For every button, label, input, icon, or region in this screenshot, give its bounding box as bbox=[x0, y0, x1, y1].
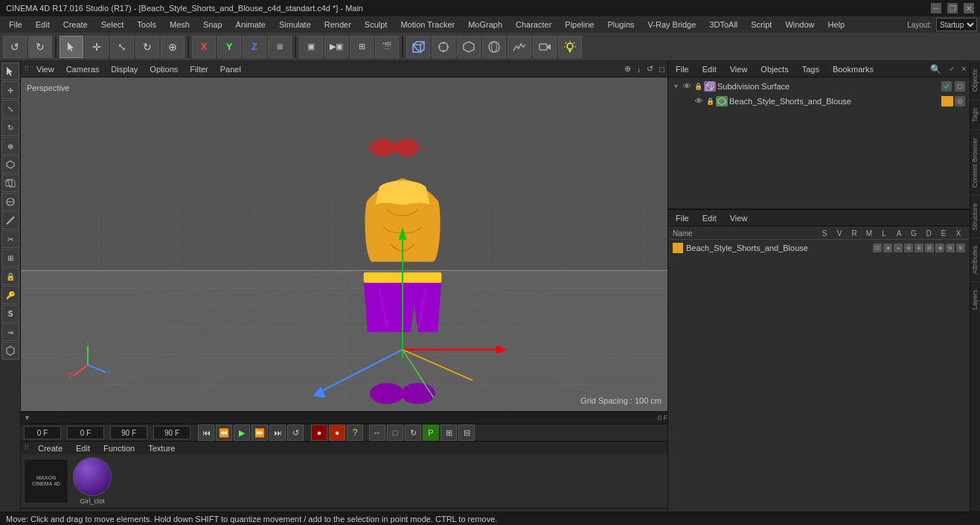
expand-arrow-0[interactable]: ▼ bbox=[673, 83, 680, 90]
lt-bridge[interactable]: ⊞ bbox=[1, 249, 19, 267]
lock-icon-1[interactable]: 🔒 bbox=[705, 98, 714, 105]
obj-item-beach[interactable]: 🔒 Beach_Style_Shorts_and_Blouse bbox=[670, 94, 968, 109]
render-to-pic-btn[interactable]: ⊞ bbox=[350, 36, 374, 58]
anim-goto-end[interactable]: ⏭ bbox=[269, 424, 286, 441]
vp-menu-panel[interactable]: Panel bbox=[216, 63, 246, 75]
mat-menu-texture[interactable]: Texture bbox=[144, 442, 179, 454]
anim-step-back[interactable]: ⏪ bbox=[216, 424, 232, 441]
menu-snap[interactable]: Snap bbox=[197, 19, 228, 31]
lt-mode3[interactable] bbox=[1, 193, 19, 211]
move-tool-btn[interactable]: ✛ bbox=[85, 36, 109, 58]
anim-step-fwd[interactable]: ⏩ bbox=[252, 424, 268, 441]
anim-p-btn[interactable]: P bbox=[423, 424, 439, 441]
frame-current-input[interactable] bbox=[24, 426, 61, 439]
anim-record-btn[interactable]: ● bbox=[311, 424, 327, 441]
menu-render[interactable]: Render bbox=[318, 19, 357, 31]
vp-icon-square[interactable]: □ bbox=[659, 65, 664, 74]
lt-transform[interactable]: ⊕ bbox=[1, 137, 19, 155]
undo-btn[interactable]: ↺ bbox=[3, 36, 27, 58]
menu-select[interactable]: Select bbox=[95, 19, 130, 31]
eye-icon-1[interactable] bbox=[694, 97, 704, 106]
menu-character[interactable]: Character bbox=[510, 19, 557, 31]
axis-z-btn[interactable]: Z bbox=[243, 36, 266, 58]
menu-simulate[interactable]: Simulate bbox=[273, 19, 317, 31]
render-active-btn[interactable]: ▶▣ bbox=[324, 36, 348, 58]
transform-tool-btn[interactable]: ⊕ bbox=[161, 36, 185, 58]
am-menu-edit[interactable]: Edit bbox=[698, 212, 721, 224]
layout-select[interactable]: Startup bbox=[936, 18, 977, 31]
obj-mode-btn[interactable] bbox=[406, 36, 430, 58]
menu-window[interactable]: Window bbox=[779, 19, 820, 31]
axis-y-btn[interactable]: Y bbox=[217, 36, 241, 58]
close-btn[interactable]: ✕ bbox=[964, 3, 974, 13]
menu-create[interactable]: Create bbox=[57, 19, 94, 31]
vp-menu-filter[interactable]: Filter bbox=[185, 63, 212, 75]
axis-all-btn[interactable]: ⊞ bbox=[268, 36, 292, 58]
eye-icon-0[interactable] bbox=[682, 82, 692, 91]
lt-scale[interactable]: ⤡ bbox=[1, 100, 19, 118]
anim-grid2[interactable]: ⊟ bbox=[458, 424, 475, 441]
obj-item-subdivision[interactable]: ▼ 🔒 Subdivision Surface bbox=[670, 79, 968, 94]
anim-rot-key[interactable]: ↻ bbox=[405, 424, 421, 441]
vp-menu-cameras[interactable]: Cameras bbox=[62, 63, 104, 75]
mat-menu-edit[interactable]: Edit bbox=[71, 442, 95, 454]
vp-menu-view[interactable]: View bbox=[32, 63, 59, 75]
anim-play[interactable]: ▶ bbox=[234, 424, 250, 441]
om-menu-bookmarks[interactable]: Bookmarks bbox=[828, 63, 878, 75]
vp-icon-plus[interactable]: ⊕ bbox=[624, 64, 631, 74]
lt-s[interactable]: S bbox=[1, 305, 19, 322]
am-menu-view[interactable]: View bbox=[726, 212, 752, 224]
frame-end-input[interactable] bbox=[110, 426, 147, 439]
mat-menu-create[interactable]: Create bbox=[33, 442, 67, 454]
vp-icon-undo[interactable]: ↺ bbox=[647, 64, 653, 74]
om-checkmark[interactable]: ✓ bbox=[949, 65, 955, 73]
lt-key[interactable]: 🔑 bbox=[1, 286, 19, 304]
menu-mograph[interactable]: MoGraph bbox=[462, 19, 508, 31]
viewport-canvas[interactable]: Perspective Grid Spacing : 100 cm X Y Z bbox=[21, 77, 667, 411]
frame-fps-input[interactable] bbox=[153, 426, 190, 439]
vtab-structure[interactable]: Structure bbox=[970, 195, 980, 238]
anim-record2-btn[interactable]: ● bbox=[329, 424, 345, 441]
vp-menu-display[interactable]: Display bbox=[106, 63, 142, 75]
menu-edit[interactable]: Edit bbox=[30, 19, 56, 31]
vp-icon-down[interactable]: ↓ bbox=[637, 65, 641, 74]
restore-btn[interactable]: ❐ bbox=[947, 3, 958, 13]
lt-rotate[interactable]: ↻ bbox=[1, 118, 19, 136]
anim-goto-start[interactable]: ⏮ bbox=[198, 424, 214, 441]
select-tool-btn[interactable] bbox=[60, 36, 83, 58]
om-menu-tags[interactable]: Tags bbox=[798, 63, 824, 75]
anim-sel-key[interactable]: □ bbox=[387, 424, 403, 441]
om-menu-file[interactable]: File bbox=[671, 63, 694, 75]
light-btn[interactable] bbox=[558, 36, 582, 58]
cursor-btn[interactable] bbox=[432, 36, 455, 58]
lt-line[interactable] bbox=[1, 211, 19, 229]
om-menu-edit[interactable]: Edit bbox=[698, 63, 721, 75]
terrain-btn[interactable] bbox=[507, 36, 531, 58]
om-menu-view[interactable]: View bbox=[726, 63, 752, 75]
menu-plugins[interactable]: Plugins bbox=[601, 19, 640, 31]
lt-hex2[interactable] bbox=[1, 342, 19, 360]
vtab-layers[interactable]: Layers bbox=[970, 281, 980, 317]
anim-loop[interactable]: ↺ bbox=[287, 424, 304, 441]
minimize-btn[interactable]: ─ bbox=[931, 3, 941, 13]
am-menu-file[interactable]: File bbox=[671, 212, 694, 224]
lt-brush[interactable]: ⇒ bbox=[1, 323, 19, 341]
redo-btn[interactable]: ↻ bbox=[28, 36, 52, 58]
om-menu-objects[interactable]: Objects bbox=[756, 63, 792, 75]
menu-sculpt[interactable]: Sculpt bbox=[359, 19, 394, 31]
menu-3dtoall[interactable]: 3DToAll bbox=[703, 19, 743, 31]
om-search-icon[interactable]: 🔍 bbox=[930, 64, 941, 74]
vtab-objects[interactable]: Objects bbox=[970, 61, 980, 100]
rotate-tool-btn[interactable]: ↻ bbox=[135, 36, 159, 58]
menu-script[interactable]: Script bbox=[745, 19, 778, 31]
axis-x-btn[interactable]: X bbox=[192, 36, 216, 58]
menu-pipeline[interactable]: Pipeline bbox=[559, 19, 600, 31]
lt-move[interactable]: ✛ bbox=[1, 81, 19, 99]
menu-motion-tracker[interactable]: Motion Tracker bbox=[394, 19, 461, 31]
lock-icon-0[interactable]: 🔒 bbox=[694, 83, 702, 90]
vp-menu-options[interactable]: Options bbox=[145, 63, 182, 75]
om-x-btn[interactable]: ✕ bbox=[961, 65, 967, 73]
vtab-attributes[interactable]: Attributes bbox=[970, 238, 980, 281]
menu-file[interactable]: File bbox=[3, 19, 28, 31]
mat-menu-function[interactable]: Function bbox=[99, 442, 139, 454]
